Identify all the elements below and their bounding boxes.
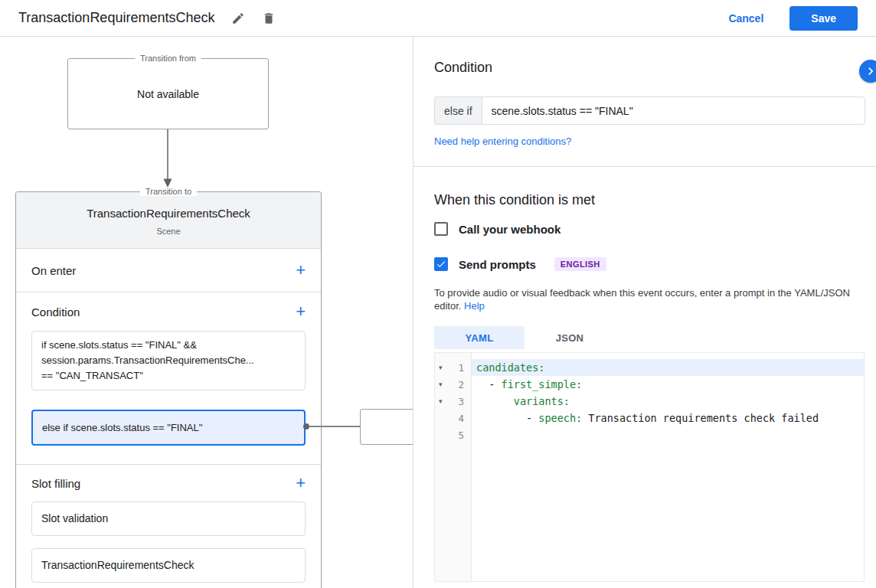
add-condition-button[interactable]: + xyxy=(296,303,306,320)
trash-icon xyxy=(262,11,276,25)
fold-toggle-icon[interactable]: ▾ xyxy=(439,397,446,405)
scene-subtitle: Scene xyxy=(28,227,309,237)
code-line: - speech: Transaction requirements check… xyxy=(472,410,864,426)
condition-item[interactable]: if scene.slots.status == "FINAL" && sess… xyxy=(31,331,306,390)
condition-panel-title: Condition xyxy=(434,60,865,76)
send-prompts-checkbox[interactable] xyxy=(434,257,448,271)
transition-from-content: Not available xyxy=(137,88,199,100)
slot-filling-label: Slot filling xyxy=(31,477,80,490)
when-met-section: When this condition is met Call your web… xyxy=(413,167,876,582)
condition-prefix-label: else if xyxy=(434,96,482,125)
flow-canvas: Transition from Not available Transition… xyxy=(0,37,413,588)
code-editor[interactable]: ▾ 1 ▾ 2 ▾ 3 4 xyxy=(434,352,865,582)
plus-icon: + xyxy=(296,302,306,321)
tab-json[interactable]: JSON xyxy=(525,326,615,349)
scene-card[interactable]: Transition to TransactionRequirementsChe… xyxy=(15,191,322,588)
plus-icon: + xyxy=(296,473,306,492)
line-number: 4 xyxy=(458,413,464,424)
condition-item-selected[interactable]: else if scene.slots.status == "FINAL" xyxy=(31,410,306,446)
condition-section-label: Condition xyxy=(31,305,80,318)
line-number: 1 xyxy=(458,362,464,374)
slot-item[interactable]: Slot validation xyxy=(31,501,306,536)
condition-editor-section: Condition else if Need help entering con… xyxy=(413,37,876,167)
checkmark-icon xyxy=(436,259,446,270)
transition-from-node[interactable]: Transition from Not available xyxy=(67,58,269,129)
pencil-icon xyxy=(231,11,245,25)
code-line: variants: xyxy=(472,393,864,410)
slot-filling-section: Slot filling + Slot validation Transacti… xyxy=(16,465,321,583)
condition-expression-input[interactable] xyxy=(482,96,865,125)
cancel-button[interactable]: Cancel xyxy=(728,12,763,24)
line-number: 2 xyxy=(458,379,464,390)
top-bar: TransactionRequirementsCheck Cancel Save xyxy=(0,0,876,37)
on-enter-section: On enter + xyxy=(16,249,321,292)
webhook-row: Call your webhook xyxy=(434,222,865,236)
add-slot-button[interactable]: + xyxy=(296,475,306,492)
fold-toggle-icon[interactable]: ▾ xyxy=(439,381,446,388)
delete-button[interactable] xyxy=(262,11,276,25)
collapse-panel-button[interactable] xyxy=(859,60,876,83)
transition-to-label: Transition to xyxy=(140,187,197,196)
condition-panel: Condition else if Need help entering con… xyxy=(413,37,876,588)
tab-yaml[interactable]: YAML xyxy=(434,326,525,349)
send-prompts-row: Send prompts ENGLISH xyxy=(434,257,865,271)
fold-toggle-icon[interactable]: ▾ xyxy=(439,364,446,371)
code-line xyxy=(472,426,864,443)
transition-target-node[interactable] xyxy=(360,409,413,445)
code-line: candidates: xyxy=(472,359,864,376)
send-prompts-label: Send prompts xyxy=(459,258,536,271)
app-window: TransactionRequirementsCheck Cancel Save… xyxy=(0,0,876,588)
connector-line xyxy=(309,426,360,427)
editor-tabs: YAML JSON xyxy=(434,326,865,349)
webhook-label: Call your webhook xyxy=(459,223,561,236)
slot-item[interactable]: TransactionRequirementsCheck xyxy=(31,548,306,583)
add-on-enter-button[interactable]: + xyxy=(296,262,306,279)
code-line: - first_simple: xyxy=(472,376,864,393)
prompt-help-link[interactable]: Help xyxy=(464,300,485,312)
line-number: 5 xyxy=(458,430,464,441)
when-met-title: When this condition is met xyxy=(434,192,865,208)
save-button[interactable]: Save xyxy=(789,6,858,31)
plus-icon: + xyxy=(296,260,306,279)
conditions-help-link[interactable]: Need help entering conditions? xyxy=(434,136,571,147)
editor-code-area[interactable]: candidates: - first_simple: variants: - … xyxy=(472,353,864,581)
language-badge: ENGLISH xyxy=(554,257,606,271)
editor-gutter: ▾ 1 ▾ 2 ▾ 3 4 xyxy=(435,353,472,581)
webhook-checkbox[interactable] xyxy=(434,222,448,236)
flow-arrow-down-icon xyxy=(162,129,173,191)
prompt-description: To provide audio or visual feedback when… xyxy=(434,286,865,312)
scene-title: TransactionRequirementsCheck xyxy=(28,207,309,220)
chevron-right-icon xyxy=(863,64,876,79)
transition-from-label: Transition from xyxy=(135,54,201,63)
line-number: 3 xyxy=(458,396,464,407)
edit-title-button[interactable] xyxy=(231,11,245,25)
condition-section: Condition + if scene.slots.status == "FI… xyxy=(16,292,321,465)
page-title: TransactionRequirementsCheck xyxy=(18,10,214,26)
scene-header: TransactionRequirementsCheck Scene xyxy=(16,192,321,249)
on-enter-label: On enter xyxy=(31,264,76,277)
